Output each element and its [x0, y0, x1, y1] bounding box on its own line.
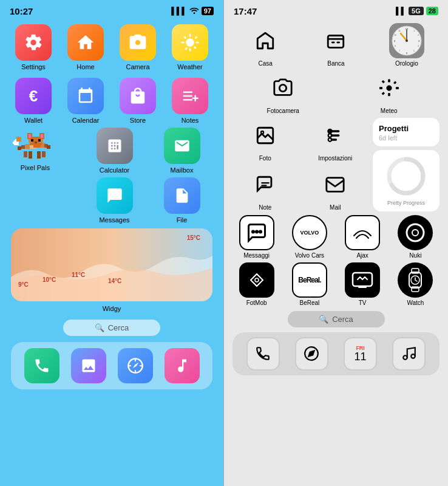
messaggi-label: Messaggi: [243, 252, 270, 259]
file-icon[interactable]: [164, 177, 200, 214]
search-pill-left[interactable]: 🔍 Cerca: [63, 320, 160, 336]
notes-icon[interactable]: [172, 78, 208, 114]
search-pill-right[interactable]: 🔍 Cerca: [288, 311, 385, 327]
app-nuki[interactable]: Nuki: [392, 215, 440, 259]
svg-point-56: [259, 231, 261, 233]
calculator-icon[interactable]: [97, 128, 133, 164]
app-calculator[interactable]: Calculator: [84, 128, 145, 174]
store-icon[interactable]: [120, 78, 156, 114]
ajax-label: Ajax: [356, 252, 368, 259]
app-note[interactable]: Note: [232, 167, 298, 211]
bereal-label: BeReal: [299, 299, 319, 306]
messages-icon[interactable]: [97, 177, 133, 214]
dock-right-calendar[interactable]: FRI 11: [344, 337, 377, 371]
fotmob-icon[interactable]: [239, 262, 274, 298]
fotocamera-icon-wrap[interactable]: [265, 70, 300, 106]
app-watch[interactable]: Watch: [392, 262, 440, 306]
app-calendar[interactable]: Calendar: [63, 78, 108, 124]
nuki-icon[interactable]: [398, 215, 433, 250]
app-camera[interactable]: Camera: [115, 24, 160, 70]
clock-face-svg: 12 3 6 9 1 2 4 5 7 8 10 11: [390, 24, 424, 58]
dock-right-music[interactable]: [392, 337, 426, 371]
app-wallet[interactable]: € Wallet: [11, 78, 56, 124]
weather-icon[interactable]: [172, 24, 208, 61]
clock-widget[interactable]: 12 3 6 9 1 2 4 5 7 8 10 11: [389, 23, 424, 58]
app-file[interactable]: File: [151, 177, 212, 224]
dock-right-phone[interactable]: [246, 337, 280, 371]
ajax-icon[interactable]: [345, 215, 380, 250]
dock-music[interactable]: [165, 348, 200, 383]
watch-svg: [404, 267, 426, 293]
note-icon-wrap[interactable]: [248, 167, 283, 202]
right-row1: Casa Banca 12 3 6: [224, 19, 448, 68]
home-icon[interactable]: [67, 24, 104, 61]
svg-point-66: [403, 356, 407, 360]
meteo-label: Meteo: [381, 108, 398, 114]
search-bar-right[interactable]: 🔍 Cerca: [232, 311, 440, 327]
app-banca[interactable]: Banca: [303, 23, 368, 67]
app-volvo[interactable]: VOLVO Volvo Cars: [285, 215, 333, 259]
impostazioni-icon-wrap[interactable]: [317, 118, 353, 153]
banca-icon: [325, 30, 346, 51]
svg-point-67: [411, 354, 415, 358]
dock-cal-date: 11: [355, 351, 367, 362]
foto-icon-wrap[interactable]: [248, 118, 283, 153]
search-bar-left[interactable]: 🔍 Cerca: [11, 320, 212, 336]
bereal-icon[interactable]: BeReal.: [292, 262, 327, 298]
mail-icon-wrap[interactable]: [317, 167, 353, 202]
messaggi-icon[interactable]: [239, 215, 274, 250]
app-mailbox[interactable]: Mailbox: [151, 128, 212, 174]
calendar-icon[interactable]: [67, 78, 104, 114]
svg-rect-51: [327, 178, 344, 192]
settings-icon[interactable]: [15, 24, 52, 61]
app-impostazioni[interactable]: Impostazioni: [303, 118, 368, 162]
svg-text:10: 10: [394, 34, 396, 36]
dock-right-compass[interactable]: [295, 337, 328, 371]
svg-rect-20: [38, 139, 41, 142]
dock-safari[interactable]: [118, 348, 153, 383]
app-casa[interactable]: Casa: [232, 23, 298, 67]
pixel-pals-widget[interactable]: Pixel Pals: [11, 128, 59, 171]
svg-rect-1: [21, 145, 25, 149]
app-tv[interactable]: TV: [339, 262, 387, 306]
app-orologio[interactable]: 12 3 6 9 1 2 4 5 7 8 10 11: [374, 23, 440, 67]
watch-icon[interactable]: [398, 262, 433, 298]
watch-label: Watch: [407, 299, 424, 306]
svg-rect-27: [328, 36, 344, 48]
app-messaggi[interactable]: Messaggi: [232, 215, 280, 259]
meteo-icon-wrap[interactable]: [372, 70, 407, 106]
svg-rect-7: [47, 145, 50, 149]
app-meteo[interactable]: Meteo: [339, 70, 440, 114]
app-settings[interactable]: Settings: [11, 24, 56, 70]
dock-photos[interactable]: [71, 348, 106, 383]
app-messages[interactable]: Messages: [84, 177, 145, 224]
right-widgets: Progetti 6d left Pretty Progress: [373, 118, 440, 211]
app-weather[interactable]: Weather: [168, 24, 212, 70]
mailbox-icon[interactable]: [164, 128, 200, 164]
app-bereal[interactable]: BeReal. BeReal: [285, 262, 333, 306]
app-store[interactable]: Store: [115, 78, 160, 124]
banca-icon-wrap[interactable]: [318, 23, 353, 58]
svg-point-44: [406, 39, 408, 42]
volvo-icon[interactable]: VOLVO: [292, 215, 327, 250]
svg-point-45: [280, 84, 287, 91]
fotocamera-icon: [273, 78, 293, 98]
app-ajax[interactable]: Ajax: [339, 215, 387, 259]
app-fotocamera[interactable]: Fotocamera: [232, 70, 334, 114]
casa-icon-wrap[interactable]: [248, 23, 283, 58]
camera-icon[interactable]: [120, 24, 156, 61]
mail-label: Mail: [330, 204, 341, 211]
app-notes[interactable]: Notes: [168, 78, 212, 124]
tv-icon[interactable]: [345, 262, 380, 298]
svg-rect-21: [35, 142, 37, 143]
app-mail[interactable]: Mail: [303, 167, 368, 211]
svg-rect-10: [37, 151, 41, 159]
dock-phone[interactable]: [24, 348, 59, 383]
app-home[interactable]: Home: [63, 24, 108, 70]
svg-point-55: [256, 231, 257, 233]
pixel-fox-art: [11, 128, 59, 164]
svg-rect-19: [31, 139, 33, 142]
app-foto[interactable]: Foto: [232, 118, 298, 162]
app-fotmob[interactable]: FotMob: [232, 262, 280, 306]
wallet-icon[interactable]: €: [15, 78, 52, 114]
